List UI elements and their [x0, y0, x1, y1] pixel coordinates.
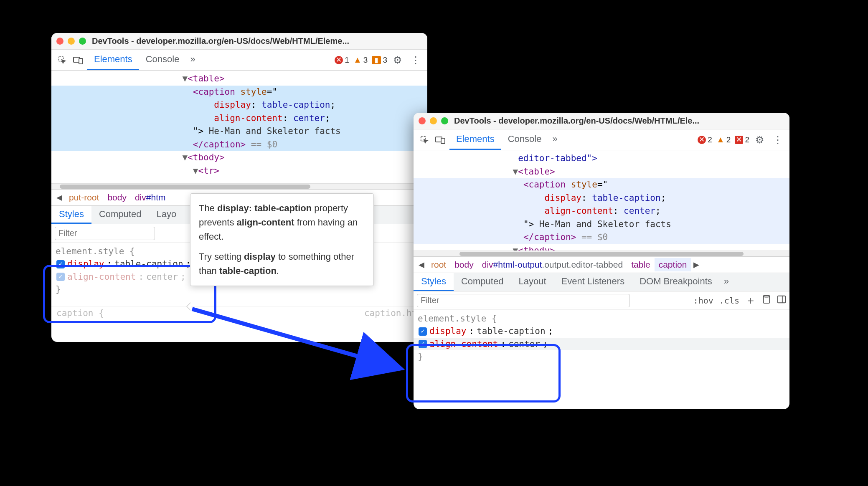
tab-elements[interactable]: Elements [87, 50, 139, 70]
subtab-layout[interactable]: Layout [511, 273, 553, 291]
styles-subtabs: Styles Computed Layout Event Listeners D… [414, 273, 789, 291]
warning-icon: ▲ [716, 136, 725, 144]
maximize-icon[interactable] [79, 38, 86, 45]
error-count: 2 [708, 135, 712, 144]
breadcrumb-table[interactable]: table [627, 258, 655, 271]
css-prop-display[interactable]: ✓ display: table-caption; [418, 325, 785, 337]
breadcrumb-caption[interactable]: caption [655, 258, 691, 271]
dom-scrollbar[interactable] [51, 183, 427, 189]
styles-filter-row: :hov .cls ＋ [414, 291, 789, 310]
checkbox-icon[interactable]: ✓ [56, 260, 65, 268]
devtools-window-left: DevTools - developer.mozilla.org/en-US/d… [51, 33, 427, 342]
breadcrumb-next-icon[interactable]: ▶ [691, 260, 702, 269]
breadcrumb-body[interactable]: body [450, 258, 478, 271]
styles-filter-input[interactable] [55, 227, 155, 240]
titlebar[interactable]: DevTools - developer.mozilla.org/en-US/d… [414, 113, 789, 129]
breadcrumb-div[interactable]: div#htm [131, 191, 170, 204]
subtab-computed[interactable]: Computed [454, 273, 511, 291]
breadcrumb-body[interactable]: body [103, 191, 131, 204]
window-title: DevTools - developer.mozilla.org/en-US/d… [92, 36, 349, 46]
warning-icon: ▲ [353, 56, 362, 64]
styles-next-rule: caption {caption.htm [51, 306, 427, 320]
breadcrumb-root[interactable]: put-root [65, 191, 103, 204]
dom-breadcrumb: ◀ root body div#html-output.output.edito… [414, 256, 789, 273]
breadcrumb-root[interactable]: root [427, 258, 450, 271]
panel-tabs: Elements Console » [449, 129, 562, 150]
panel-tabs: Elements Console » [87, 50, 200, 70]
subtab-event-listeners[interactable]: Event Listeners [554, 273, 632, 291]
minimize-icon[interactable] [68, 38, 75, 45]
error-count: 1 [345, 56, 349, 65]
error-icon: ✕ [335, 56, 343, 64]
new-style-icon[interactable]: ＋ [745, 293, 756, 308]
maximize-icon[interactable] [441, 117, 448, 124]
titlebar[interactable]: DevTools - developer.mozilla.org/en-US/d… [51, 33, 427, 50]
subtab-styles[interactable]: Styles [51, 206, 91, 224]
settings-icon[interactable]: ⚙ [752, 134, 768, 146]
inspect-icon[interactable] [418, 133, 431, 147]
issues-count: 2 [745, 135, 749, 144]
tab-console[interactable]: Console [501, 129, 548, 150]
svg-rect-2 [79, 58, 83, 64]
subtab-dom-breakpoints[interactable]: DOM Breakpoints [632, 273, 720, 291]
close-icon[interactable] [56, 38, 63, 45]
dom-tree[interactable]: editor-tabbed"> ▼<table> <caption style=… [414, 150, 789, 251]
breadcrumb-prev-icon[interactable]: ◀ [54, 193, 65, 202]
issues-icon: ✕ [735, 136, 743, 144]
breadcrumb-prev-icon[interactable]: ◀ [416, 260, 427, 269]
alerts-summary[interactable]: ✕1 ▲3 ▮3 [335, 56, 387, 65]
checkbox-icon[interactable]: ✓ [56, 273, 65, 281]
device-toggle-icon[interactable] [434, 133, 447, 147]
selector-element-style: element.style [418, 314, 486, 324]
subtab-computed[interactable]: Computed [91, 206, 149, 224]
main-toolbar: Elements Console » ✕1 ▲3 ▮3 ⚙ ⋮ [51, 50, 427, 71]
dom-scrollbar[interactable] [414, 251, 789, 256]
styles-pane[interactable]: element.style { ✓ display: table-caption… [414, 310, 789, 366]
svg-rect-5 [441, 138, 445, 144]
kebab-menu-icon[interactable]: ⋮ [770, 134, 785, 146]
breadcrumb-div[interactable]: div#html-output.output.editor-tabbed [478, 258, 627, 271]
computed-styles-icon[interactable] [762, 295, 771, 306]
traffic-lights [56, 38, 86, 45]
selector-element-style: element.style [56, 246, 124, 256]
dom-tree[interactable]: ▼<table> <caption style=" display: table… [51, 71, 427, 183]
inspect-icon[interactable] [56, 53, 69, 67]
subtab-layout[interactable]: Layo [149, 206, 184, 224]
css-hint-tooltip: The display: table-caption property prev… [190, 193, 374, 286]
settings-icon[interactable]: ⚙ [390, 54, 406, 66]
warning-count: 2 [726, 135, 731, 144]
warning-count: 3 [363, 56, 368, 65]
devtools-window-right: DevTools - developer.mozilla.org/en-US/d… [414, 113, 789, 409]
main-toolbar: Elements Console » ✕2 ▲2 ✕2 ⚙ ⋮ [414, 129, 789, 150]
hov-toggle[interactable]: :hov [693, 296, 713, 306]
device-toggle-icon[interactable] [71, 53, 85, 67]
sidebar-toggle-icon[interactable] [777, 295, 786, 306]
window-title: DevTools - developer.mozilla.org/en-US/d… [454, 116, 699, 126]
checkbox-icon[interactable]: ✓ [419, 327, 427, 336]
css-prop-align-content[interactable]: ✓ align-content: center; [414, 338, 789, 350]
alerts-summary[interactable]: ✕2 ▲2 ✕2 [698, 135, 749, 144]
minimize-icon[interactable] [430, 117, 437, 124]
styles-filter-input[interactable] [417, 294, 630, 307]
checkbox-icon[interactable]: ✓ [419, 340, 427, 348]
error-icon: ✕ [698, 136, 706, 144]
tab-more[interactable]: » [186, 50, 199, 70]
subtab-more[interactable]: » [720, 273, 733, 291]
close-icon[interactable] [419, 117, 426, 124]
cls-toggle[interactable]: .cls [719, 296, 739, 306]
kebab-menu-icon[interactable]: ⋮ [408, 54, 423, 66]
traffic-lights [419, 117, 448, 124]
info-count: 3 [383, 56, 387, 65]
svg-rect-7 [778, 296, 785, 303]
info-icon: ▮ [372, 56, 381, 64]
tab-console[interactable]: Console [139, 50, 186, 70]
tab-more[interactable]: » [548, 129, 561, 150]
tab-elements[interactable]: Elements [449, 129, 501, 150]
subtab-styles[interactable]: Styles [414, 273, 454, 291]
